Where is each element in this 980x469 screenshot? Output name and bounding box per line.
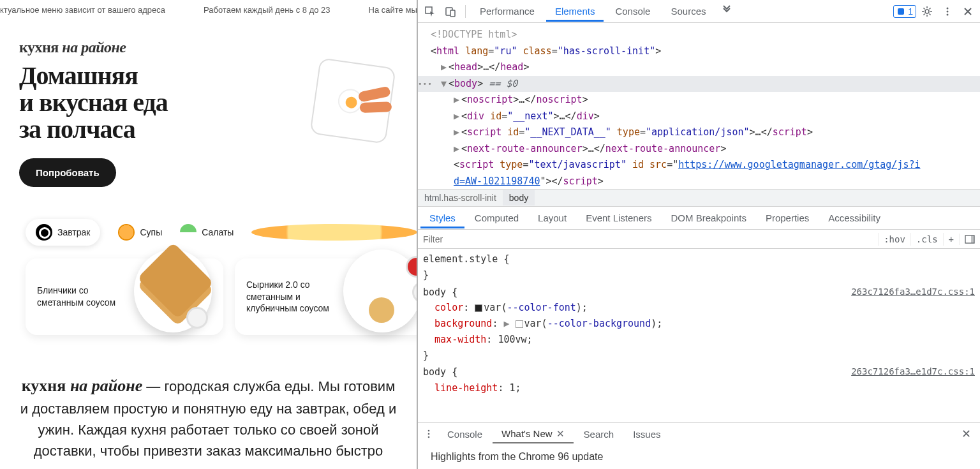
try-button[interactable]: Попробовать	[19, 158, 116, 187]
svg-rect-2	[450, 10, 455, 17]
sausage-icon	[358, 86, 391, 103]
css-rule[interactable]: element.style {}	[423, 251, 975, 283]
topbar-text: На сайте мы	[369, 5, 417, 15]
drawer-content: Highlights from the Chrome 96 update	[418, 445, 980, 469]
tab-performance[interactable]: Performance	[471, 1, 544, 22]
syrnik-icon	[369, 297, 394, 323]
sauce-icon	[186, 307, 208, 329]
svg-rect-3	[898, 8, 904, 15]
drawer-menu-icon[interactable]	[420, 429, 437, 438]
dom-breadcrumbs: html.has-scroll-init body	[418, 189, 980, 207]
separator	[465, 5, 466, 18]
expand-icon[interactable]: ▶	[454, 141, 461, 158]
expand-icon[interactable]: ▶	[454, 108, 461, 125]
sauce-icon	[412, 281, 418, 303]
crumb-html[interactable]: html.has-scroll-init	[418, 190, 503, 205]
dom-node-selected[interactable]: ▼<body> == $0	[418, 76, 980, 93]
about-text: кухня на районе — городская служба еды. …	[0, 335, 417, 461]
dom-node[interactable]: <html lang="ru" class="has-scroll-init">	[431, 45, 661, 57]
drawer-tab-search[interactable]: Search	[575, 425, 623, 443]
close-tab-icon[interactable]: ✕	[556, 428, 565, 439]
css-rule[interactable]: 263c7126fa3…e1d7c.css:1 body { line-heig…	[423, 364, 975, 396]
gtag-link[interactable]: d=AW-1021198740	[454, 175, 540, 187]
svg-point-4	[925, 10, 929, 13]
device-toggle-icon[interactable]	[441, 3, 460, 20]
dom-tree[interactable]: <!DOCTYPE html> <html lang="ru" class="h…	[418, 23, 980, 189]
category-domashnyaya[interactable]: Домашняя еда	[251, 222, 418, 242]
salad-icon	[180, 224, 197, 241]
hero-line: за полчаса	[19, 116, 168, 143]
tab-dom-breakpoints[interactable]: DOM Breakpoints	[662, 207, 755, 228]
food-container-icon	[309, 57, 396, 144]
product-card[interactable]: Блинчики со сметанным соусом	[26, 258, 223, 335]
logo-text: кухня	[19, 39, 62, 56]
tab-event-listeners[interactable]: Event Listeners	[577, 207, 660, 228]
styles-filter-input[interactable]	[418, 232, 878, 247]
dom-node[interactable]: <div id="__next">…</div>	[461, 110, 600, 122]
color-swatch-icon[interactable]	[475, 304, 482, 312]
tab-elements[interactable]: Elements	[546, 1, 604, 22]
drawer-tab-issues[interactable]: Issues	[624, 425, 669, 443]
tab-sources[interactable]: Sources	[662, 1, 715, 22]
topbar-text: Работаем каждый день с 8 до 23	[204, 5, 330, 15]
source-link[interactable]: 263c7126fa3…e1d7c.css:1	[851, 364, 975, 379]
category-supy[interactable]: Супы	[118, 224, 162, 241]
styles-rules[interactable]: element.style {} 263c7126fa3…e1d7c.css:1…	[418, 249, 980, 422]
tab-layout[interactable]: Layout	[529, 207, 575, 228]
tab-computed[interactable]: Computed	[466, 207, 528, 228]
hero-cta: Попробовать	[19, 158, 417, 187]
product-title: Блинчики со сметанным соусом	[37, 285, 126, 309]
expand-icon[interactable]: ▶	[454, 92, 461, 108]
inspect-icon[interactable]	[420, 3, 440, 20]
drawer-tab-whatsnew[interactable]: What's New✕	[493, 424, 574, 443]
product-image	[343, 249, 418, 332]
source-link[interactable]: 263c7126fa3…e1d7c.css:1	[851, 285, 975, 299]
toggle-sidebar-icon[interactable]	[959, 234, 980, 245]
dom-node[interactable]: <next-route-announcer>…</next-route-anno…	[461, 143, 726, 154]
category-label: Завтрак	[57, 227, 90, 237]
homefood-icon	[251, 224, 417, 241]
drawer-tab-console[interactable]: Console	[438, 425, 491, 443]
expand-icon[interactable]: ▶	[441, 59, 449, 76]
website-viewport: ктуальное меню зависит от вашего адреса …	[0, 0, 418, 469]
close-drawer-icon[interactable]: ✕	[955, 427, 977, 441]
svg-point-5	[947, 7, 949, 9]
devtools-tabs: Performance Elements Console Sources	[471, 1, 892, 22]
dom-node[interactable]: <head>…</head>	[449, 61, 529, 73]
drawer-tabs: Console What's New✕ Search Issues ✕	[418, 423, 980, 445]
styles-tabs: Styles Computed Layout Event Listeners D…	[418, 207, 980, 230]
close-devtools-icon[interactable]	[958, 3, 977, 20]
magnifier-icon	[36, 224, 52, 241]
category-salaty[interactable]: Салаты	[180, 224, 234, 241]
dom-node[interactable]: <noscript>…</noscript>	[461, 94, 588, 105]
tab-properties[interactable]: Properties	[757, 207, 818, 228]
tab-accessibility[interactable]: Accessibility	[819, 207, 889, 228]
product-title: Сырники 2.0 со сметанным и клубничным со…	[246, 279, 336, 315]
gtag-link[interactable]: https://www.googletagmanager.com/gtag/js…	[678, 159, 920, 170]
svg-rect-9	[971, 235, 974, 243]
site-topbar: ктуальное меню зависит от вашего адреса …	[0, 0, 417, 20]
expand-icon[interactable]: ▶	[454, 124, 461, 141]
dom-doctype: <!DOCTYPE html>	[431, 29, 517, 40]
collapse-icon[interactable]: ▼	[441, 76, 449, 93]
cls-toggle[interactable]: .cls	[910, 233, 943, 246]
hov-toggle[interactable]: :hov	[878, 233, 910, 246]
crumb-body[interactable]: body	[503, 190, 535, 205]
settings-icon[interactable]	[917, 3, 937, 20]
issues-badge[interactable]: 1	[893, 5, 916, 18]
category-zavtrak[interactable]: Завтрак	[26, 219, 100, 246]
tab-console[interactable]: Console	[606, 1, 659, 22]
devtools-toolbar: Performance Elements Console Sources 1	[418, 0, 980, 23]
kebab-menu-icon[interactable]	[938, 3, 957, 20]
new-rule-button[interactable]: +	[943, 233, 959, 246]
topbar-text: ктуальное меню зависит от вашего адреса	[0, 5, 165, 15]
category-label: Супы	[140, 227, 162, 237]
dom-node[interactable]: <script id="__NEXT_DATA__" type="applica…	[461, 126, 813, 138]
color-swatch-icon[interactable]	[516, 320, 523, 328]
tab-styles[interactable]: Styles	[420, 207, 464, 228]
hero-headline: Домашняя и вкусная еда за полчаса	[19, 63, 168, 143]
product-card[interactable]: Сырники 2.0 со сметанным и клубничным со…	[235, 258, 418, 335]
tabs-overflow-icon[interactable]	[717, 1, 736, 19]
css-rule[interactable]: 263c7126fa3…e1d7c.css:1 body { color: va…	[423, 285, 975, 364]
dom-node[interactable]: <script type="text/javascript" id src="h…	[454, 159, 921, 170]
